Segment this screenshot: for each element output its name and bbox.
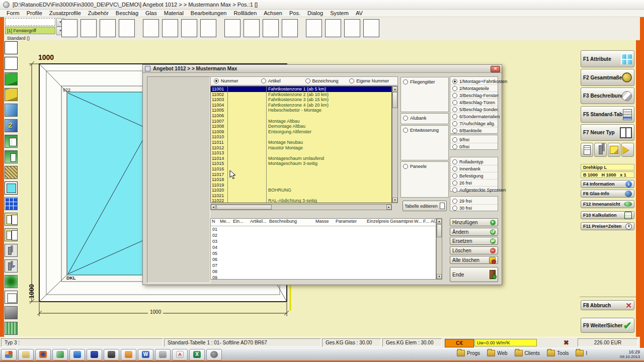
f7-neuer-typ-button[interactable]: F7 Neuer Typ [581, 124, 634, 141]
menu-item[interactable]: Bearbeitungen [187, 10, 230, 16]
add-button[interactable]: Hinzufügen + [450, 218, 498, 226]
empty-slot-icon[interactable] [5, 41, 18, 54]
article-list-item[interactable]: 11010 [211, 134, 391, 140]
menu-item[interactable]: System [327, 10, 352, 16]
double-sash-open-icon[interactable] [5, 228, 18, 241]
change-button[interactable]: Ändern ↺ [450, 228, 498, 236]
article-list-item[interactable]: 11017 [211, 172, 391, 177]
radio-paneele[interactable]: Paneele [401, 163, 448, 169]
category-radio-option[interactable]: 3/Beschlag-Fenster [450, 92, 498, 99]
delete-all-button[interactable]: Alle löschen [450, 256, 498, 264]
toolbar-slot[interactable] [363, 19, 379, 37]
toolbar-slot[interactable] [61, 19, 77, 37]
replace-button[interactable]: Ersetzen ⇄ [450, 237, 498, 245]
grid-muntin-icon[interactable] [5, 197, 18, 210]
window-single-sash-icon[interactable] [5, 150, 18, 163]
article-list-item[interactable]: 11015 Montageschaum 3-seitig [211, 161, 391, 166]
category-radio-option[interactable]: 0/frei [450, 143, 498, 150]
radio-alubank[interactable]: Alubank [401, 115, 448, 121]
category-radio-option[interactable]: 9/frei [450, 136, 498, 143]
table-row[interactable]: 04 [211, 244, 436, 250]
toolbar-slot[interactable] [325, 19, 341, 37]
article-list-item[interactable]: 11007 Montage Altbau [211, 119, 391, 124]
f10-kalkulation-button[interactable]: F10 Kalkulation [581, 211, 634, 219]
toolbar-slot[interactable] [181, 19, 197, 37]
category-radio-option[interactable]: 2/Montageteile [450, 85, 498, 92]
word-icon[interactable]: W [138, 349, 153, 360]
f11-preise-zeiten-button[interactable]: F11 Preise+Zeiten [581, 222, 634, 230]
glass-unit-icon[interactable] [5, 182, 18, 195]
article-list-item[interactable]: 11005 Hebeschiebetür - Montage [211, 108, 391, 113]
louver-icon[interactable] [5, 322, 18, 335]
category-radio-option[interactable]: 30 frei [450, 205, 498, 211]
f4-information-button[interactable]: F4 Information i [581, 180, 634, 188]
article-list-item[interactable]: 11021 [211, 193, 391, 199]
category-radio-option[interactable]: 1/Montage+Fahrtkosten [450, 78, 498, 85]
table-row[interactable]: 06 [211, 256, 436, 262]
taskbar-folder-clients[interactable]: Clients [515, 350, 540, 356]
toolbar-slot[interactable] [306, 19, 322, 37]
article-list-item[interactable]: 11001 Fahrtkostenzone 1 (ab 5 km) [211, 86, 391, 92]
menu-item[interactable]: Dialog [304, 10, 327, 16]
category-radio-option[interactable]: 7/Aufschläge allg. [450, 120, 498, 127]
filter-radio-option[interactable]: Bezeichnung [305, 78, 350, 83]
taskbar-folder-web[interactable]: Web [487, 350, 507, 356]
teamviewer-icon[interactable] [69, 349, 85, 360]
article-list-item[interactable]: 11020 BOHRUNG [211, 188, 391, 193]
radio-entwaesserung[interactable]: Entwässerung [401, 127, 448, 133]
dialog-title-bar[interactable]: Angebot 1012 > > Mustermann Max ✕ [143, 65, 502, 73]
article-list-item[interactable]: 11009 Entsorgung Altfenster [211, 129, 391, 135]
category-radio-option[interactable]: Rolladentyp [450, 158, 498, 165]
category-radio-option[interactable]: 4/Beschlag-Türen [450, 99, 498, 106]
article-list-item[interactable]: 11022 RAL-Abdichtung 3-seitig [211, 198, 391, 203]
taskbar-folder-i[interactable]: I [576, 350, 587, 356]
article-list-item[interactable]: 11006 [211, 113, 391, 119]
article-list-item[interactable]: 11003 Fahrtkostenzone 3 (ab 15 km) [211, 97, 391, 103]
delete-button[interactable]: Löschen − [450, 246, 498, 254]
sash-profile-icon[interactable] [5, 88, 18, 101]
note-button[interactable] [608, 143, 620, 157]
category-radio-option[interactable]: 26 frei [450, 179, 498, 187]
menu-item[interactable]: Glas [142, 10, 160, 16]
category-radio-option[interactable]: Innenbank [450, 165, 498, 172]
menu-item[interactable]: Beschlag [112, 10, 142, 16]
menu-item[interactable]: Zusatzprofile [46, 10, 85, 16]
double-glazing-icon[interactable] [5, 119, 18, 132]
end-button[interactable]: Ende [450, 267, 498, 282]
f12-innenansicht-button[interactable]: F12 Innenansicht [581, 200, 634, 208]
filter-radio-option[interactable]: Nummer [214, 78, 261, 83]
list-vertical-scrollbar[interactable]: ▲ ▼ [392, 86, 398, 203]
pdf-icon[interactable]: A [172, 349, 188, 360]
glass-pane-icon[interactable] [5, 104, 18, 117]
toolbar-slot[interactable] [282, 19, 298, 37]
category-radio-option[interactable]: 29 frei [450, 198, 498, 205]
f6-glas-info-button[interactable]: F6 Glas-Info [581, 190, 634, 198]
article-list-item[interactable]: 11004 Fahrtkostenzone 4 (ab 20 km) [211, 103, 391, 108]
category-radio-option[interactable]: Befestigung [450, 172, 498, 179]
go-button[interactable] [621, 143, 634, 157]
handle-combo[interactable]: [1] Fenstergriff Standard () [5, 27, 55, 34]
toolbar-slot[interactable] [224, 19, 240, 37]
menu-item[interactable]: Material [160, 10, 187, 16]
round-app-icon[interactable] [206, 349, 222, 360]
f8-abbruch-button[interactable]: F8 Abbruch ✕ [581, 300, 634, 310]
category-radio-option[interactable]: Aufgesteckte Sprossen [450, 187, 498, 193]
frame-profile-icon[interactable] [5, 72, 18, 85]
toolbar-slot[interactable] [344, 19, 360, 37]
list-horizontal-scrollbar[interactable]: ◄ ► [210, 204, 392, 210]
article-list-item[interactable]: 11019 [211, 183, 391, 188]
menu-item[interactable]: Achsen [260, 10, 286, 16]
roller-shutter-icon[interactable] [5, 275, 18, 288]
article-list-item[interactable]: 11013 [211, 150, 391, 156]
profile-combo[interactable] [5, 18, 55, 26]
article-list-item[interactable]: 11002 Fahrtkostenzone 2 (ab 10 km) [211, 92, 391, 98]
article-list-item[interactable]: 11008 Demontage Altbau [211, 124, 391, 129]
start-icon[interactable] [1, 349, 17, 360]
f5-standard-tabellen-button[interactable]: F5 Standard-Tabellen [581, 106, 634, 123]
taskbar-folder-progs[interactable]: Progs [457, 350, 480, 356]
firefox-icon[interactable] [35, 349, 51, 360]
radio-fliegengitter[interactable]: Fliegengitter [401, 78, 448, 85]
toolbar-slot[interactable] [200, 19, 216, 37]
category-radio-option[interactable]: 8/Bankteile [450, 127, 498, 134]
tool-app-icon[interactable] [104, 349, 119, 360]
